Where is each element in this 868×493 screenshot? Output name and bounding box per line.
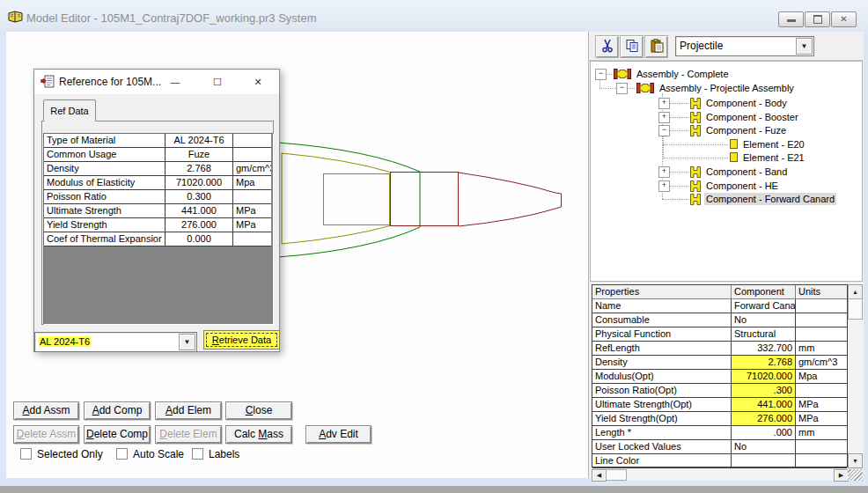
material-grid-row[interactable]: Poisson Ratio0.300 <box>44 190 271 204</box>
scroll-thumb[interactable] <box>848 298 863 320</box>
retrieve-data-button[interactable]: Retrieve Data <box>203 330 280 350</box>
tree-item-label[interactable]: Assembly - Projectile Assembly <box>658 82 796 94</box>
auto-scale-checkbox[interactable]: Auto Scale <box>116 448 184 460</box>
add-elem-button[interactable]: Add Elem <box>155 401 222 420</box>
calc-mass-button[interactable]: Calc Mass <box>225 425 292 444</box>
property-value[interactable]: 2.768 <box>732 356 796 370</box>
dialog-close-button[interactable]: ✕ <box>249 74 267 90</box>
tree-item-label[interactable]: Component - Fuze <box>704 124 788 136</box>
tree-item-label[interactable]: Component - HE <box>704 180 780 192</box>
adv-edit-button[interactable]: Adv Edit <box>305 425 371 444</box>
property-value[interactable]: Structural <box>732 327 796 342</box>
copy-icon <box>625 39 639 55</box>
material-grid-row[interactable]: Coef of Thermal Expansior0.000 <box>44 232 271 246</box>
delete-elem-button: Delete Elem <box>155 425 222 444</box>
dialog-maximize-button[interactable]: ☐ <box>209 74 226 90</box>
checkbox-icon[interactable] <box>20 448 32 460</box>
copy-button[interactable] <box>620 35 644 58</box>
scroll-left-icon[interactable]: ◀ <box>592 469 607 482</box>
vertical-scrollbar[interactable]: ▲ ▼ <box>848 284 863 467</box>
material-property-value[interactable]: AL 2024-T6 <box>166 134 233 148</box>
component-icon <box>690 194 701 208</box>
property-row[interactable]: User Locked ValuesNo <box>592 440 847 454</box>
labels-checkbox[interactable]: Labels <box>192 448 239 460</box>
close-button[interactable]: ✕ <box>831 11 857 27</box>
property-value[interactable]: .000 <box>732 426 796 440</box>
tree-item-label[interactable]: Element - E20 <box>741 138 806 151</box>
property-value[interactable]: 332.700 <box>732 342 796 356</box>
minimize-button[interactable] <box>778 11 804 27</box>
property-value[interactable]: Forward Canard <box>732 299 796 313</box>
property-value[interactable]: 441.000 <box>732 398 796 412</box>
property-row[interactable]: Ultimate Strength(Opt)441.000MPa <box>592 398 847 412</box>
property-value[interactable]: 276.000 <box>732 412 796 426</box>
property-value[interactable]: No <box>732 313 796 327</box>
tree-connector-line <box>669 186 688 187</box>
property-row[interactable]: Yield Strength(Opt)276.000MPa <box>592 412 847 426</box>
cut-button[interactable] <box>595 35 619 58</box>
property-value[interactable]: No <box>732 440 796 454</box>
tree-item-label[interactable]: Component - Booster <box>704 111 800 123</box>
scroll-up-icon[interactable]: ▲ <box>848 284 863 299</box>
material-property-value[interactable]: 441.000 <box>166 204 233 218</box>
property-row[interactable]: ConsumableNo <box>592 313 847 327</box>
tree-item-label[interactable]: Component - Band <box>704 166 789 178</box>
add-assm-button[interactable]: Add Assm <box>13 401 79 420</box>
chevron-down-icon[interactable]: ▼ <box>796 38 813 55</box>
material-property-value[interactable]: 71020.000 <box>166 176 233 190</box>
add-comp-button[interactable]: Add Comp <box>84 401 151 420</box>
tab-ref-data[interactable]: Ref Data <box>43 99 96 121</box>
paste-button[interactable] <box>644 35 668 58</box>
material-property-value[interactable]: 276.000 <box>166 218 233 232</box>
material-grid-row[interactable]: Yield Strength276.000MPa <box>44 218 271 232</box>
property-row[interactable]: Modulus(Opt)71020.000Mpa <box>592 370 847 384</box>
delete-comp-button[interactable]: Delete Comp <box>84 425 151 444</box>
property-row[interactable]: RefLength332.700mm <box>592 342 847 356</box>
property-row[interactable]: Physical FunctionStructural <box>592 327 847 342</box>
property-value[interactable]: 71020.000 <box>732 370 796 384</box>
property-value[interactable]: .300 <box>732 384 796 398</box>
property-row[interactable]: NameForward Canard <box>592 299 847 313</box>
dialog-minimize-button[interactable]: — <box>166 74 184 90</box>
tree-item-label[interactable]: Component - Forward Canard <box>704 193 836 205</box>
material-property-value[interactable]: 0.000 <box>166 232 233 246</box>
app-icon <box>8 11 23 25</box>
material-grid-row[interactable]: Modulus of Elasticity71020.000Mpa <box>44 176 271 190</box>
material-grid-row[interactable]: Common UsageFuze <box>44 148 271 162</box>
tab-ref-data-label: Ref Data <box>50 106 88 116</box>
tree-item-label[interactable]: Assembly - Complete <box>635 68 731 80</box>
property-value[interactable] <box>732 454 796 468</box>
property-row[interactable]: Density2.768gm/cm^3 <box>592 356 847 370</box>
horizontal-scrollbar[interactable]: ◀ ▶ <box>592 469 848 481</box>
property-row[interactable]: Length *.000mm <box>592 426 847 440</box>
tree-item-label[interactable]: Element - E21 <box>741 151 806 164</box>
tree-item-label[interactable]: Component - Body <box>704 97 789 109</box>
close-button[interactable]: Close <box>225 401 292 420</box>
scroll-down-icon[interactable]: ▼ <box>848 453 863 468</box>
material-property-value[interactable]: 0.300 <box>166 190 233 204</box>
material-property-label: Modulus of Elasticity <box>44 176 166 190</box>
material-property-value[interactable]: Fuze <box>166 148 233 162</box>
material-property-label: Common Usage <box>44 148 166 162</box>
checkbox-icon[interactable] <box>192 448 203 460</box>
scroll-right-icon[interactable]: ▶ <box>834 469 849 482</box>
selected-only-checkbox[interactable]: Selected Only <box>20 448 103 460</box>
projectile-combo[interactable]: Projectile ▼ <box>675 36 814 56</box>
material-property-unit: MPa <box>233 204 271 218</box>
property-label: RefLength <box>592 342 732 356</box>
property-row[interactable]: Line Color <box>592 454 847 468</box>
property-row[interactable]: Poisson Ratio(Opt).300 <box>592 384 847 398</box>
dialog-title: Reference for 105M... <box>59 76 161 88</box>
material-grid-row[interactable]: Density2.768gm/cm^3 <box>44 162 271 176</box>
hscroll-thumb[interactable] <box>606 469 627 481</box>
resize-grip[interactable] <box>848 469 863 481</box>
material-combo-chevron-down-icon[interactable]: ▼ <box>179 334 195 350</box>
properties-header-cell: Units <box>796 285 847 299</box>
material-property-value[interactable]: 2.768 <box>166 162 233 176</box>
material-grid-row[interactable]: Ultimate Strength441.000MPa <box>44 204 271 218</box>
maximize-button[interactable] <box>805 11 830 27</box>
material-combo[interactable]: AL 2024-T6 ▼ <box>34 332 197 352</box>
material-grid-row[interactable]: Type of MaterialAL 2024-T6 <box>44 134 271 148</box>
tree-row: +Component - Booster <box>591 111 860 123</box>
checkbox-icon[interactable] <box>116 448 128 460</box>
